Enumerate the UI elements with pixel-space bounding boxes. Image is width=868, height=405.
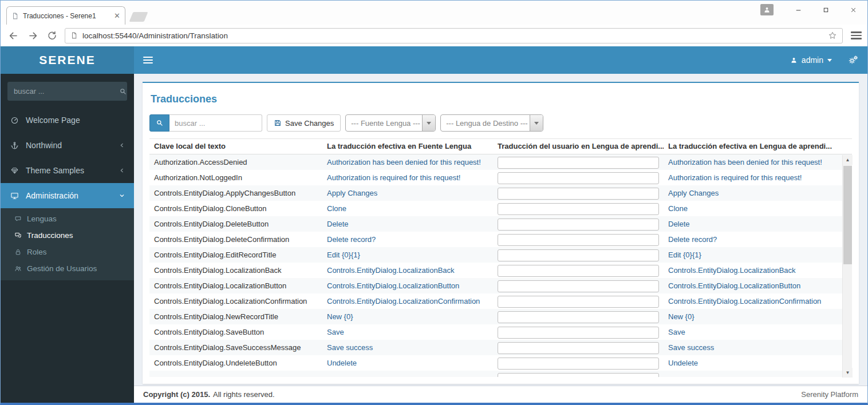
user-icon [790,57,798,64]
save-changes-button[interactable]: Save Changes [267,114,341,132]
sidebar-item-administracion[interactable]: Administración [1,183,134,208]
cell-target-translation[interactable]: Controls.EntityDialog.LocalizationConfir… [664,293,842,309]
address-bar[interactable]: localhost:55440/Administration/Translati… [65,28,843,43]
sidebar: Welcome Page Northwind Theme Samples [1,74,134,403]
back-button[interactable] [6,29,20,42]
tab-title: Traducciones - Serene1 [23,12,110,20]
platform-text: Serenity Platform [801,390,858,399]
table-row: Controls.EntityDialog.UndeleteButton Und… [149,355,852,371]
cell-target-translation[interactable]: Authorization is required for this reque… [664,170,842,185]
settings-gears-icon[interactable] [848,55,858,65]
cell-user-translation [493,232,664,247]
table-row: Controls.EntityDialog.LocalizationBack C… [149,263,852,278]
cell-local-text-key: Controls.EntityDialog.NewRecordTitle [149,309,322,324]
user-translation-input[interactable] [498,311,659,323]
cell-target-translation[interactable]: Clone [664,201,842,216]
scroll-down-arrow[interactable]: ▼ [843,368,853,378]
user-translation-input[interactable] [498,234,659,246]
sidebar-item-gestion-de-usuarios[interactable]: Gestión de Usuarios [1,260,134,277]
user-translation-input[interactable] [498,358,659,370]
column-header-user[interactable]: Traducción del usuario en Lengua de apre… [493,139,664,154]
cell-source-translation[interactable]: Authorization is required for this reque… [322,170,493,185]
cell-source-translation[interactable]: Delete record? [322,232,493,247]
sidebar-item-roles[interactable]: Roles [1,244,134,260]
reload-button[interactable] [45,29,59,42]
sidebar-item-northwind[interactable]: Northwind [1,133,134,158]
cell-source-translation[interactable]: Controls.EntityDialog.LocalizationConfir… [322,293,493,309]
sidebar-item-lenguas[interactable]: Lenguas [1,211,134,227]
cell-source-translation[interactable]: Save [322,324,493,340]
browser-profile-button[interactable] [760,4,774,15]
cell-source-translation[interactable]: New {0} [322,309,493,324]
cell-source-translation[interactable]: Controls.EntityDialog.LocalizationButton [322,278,493,293]
cell-target-translation[interactable]: Undelete [664,355,842,371]
browser-toolbar: localhost:55440/Administration/Translati… [1,25,867,46]
scroll-up-arrow[interactable]: ▲ [843,155,853,165]
forward-button[interactable] [26,29,40,42]
cell-target-translation[interactable]: Edit {0}{1} [664,247,842,263]
sidebar-search-input[interactable] [14,87,115,96]
user-translation-input[interactable] [498,280,659,292]
cell-local-text-key: Controls.EntityDialog.LocalizationBack [149,263,322,278]
cell-target-translation[interactable]: Controls.EntityDialog.LocalizationButton [664,278,842,293]
scrollbar-thumb[interactable] [843,166,852,264]
cell-target-translation[interactable]: Controls.EntityDialog.LocalizationBack [664,263,842,278]
maximize-button[interactable] [817,3,834,16]
table-row: Controls.EntityDialog.CloneButton Clone … [149,201,852,216]
minimize-button[interactable] [790,3,807,16]
target-language-select[interactable]: --- Lengua de Destino --- [440,114,543,132]
sidebar-item-welcome-page[interactable]: Welcome Page [1,108,134,133]
user-translation-input[interactable] [498,265,659,277]
column-header-target[interactable]: La traducción efectiva en Lengua de apre… [664,139,842,154]
browser-tab[interactable]: Traducciones - Serene1 ✕ [6,6,125,25]
user-menu[interactable]: admin [790,55,832,65]
cell-local-text-key: Controls.EntityDialog.SaveButton [149,324,322,340]
cell-target-translation[interactable]: Apply Changes [664,185,842,201]
cell-source-translation[interactable]: Save success [322,340,493,355]
sidebar-item-traducciones[interactable]: Traducciones [1,227,134,244]
cell-source-translation[interactable]: Authorization has been denied for this r… [322,154,493,170]
quick-search [149,114,262,132]
cell-target-translation[interactable]: Delete [664,216,842,232]
table-row: Controls.EntityDialog.NewRecordTitle New… [149,309,852,324]
user-translation-input[interactable] [498,327,659,339]
cell-source-translation[interactable]: Delete [322,216,493,232]
brand-logo[interactable]: SERENE [1,46,134,74]
url-text: localhost:55440/Administration/Translati… [82,31,823,40]
user-translation-input[interactable] [498,342,659,354]
column-header-key[interactable]: Clave local del texto [149,139,322,154]
user-translation-input[interactable] [498,203,659,215]
close-button[interactable] [845,3,862,16]
admin-submenu: Lenguas Traducciones Roles [1,208,134,280]
source-language-select[interactable]: --- Fuente Lengua --- [345,114,436,132]
cell-source-translation[interactable]: Edit {0}{1} [322,247,493,263]
sidebar-toggle-icon[interactable] [143,57,153,63]
user-translation-input[interactable] [498,373,659,378]
search-button[interactable] [149,114,169,132]
user-translation-input[interactable] [498,296,659,308]
cell-target-translation[interactable]: Delete record? [664,232,842,247]
tab-close-icon[interactable]: ✕ [114,12,120,19]
new-tab-button[interactable] [129,12,148,22]
user-translation-input[interactable] [498,157,659,169]
grid-search-input[interactable] [169,114,262,132]
user-translation-input[interactable] [498,188,659,200]
cell-local-text-key: Controls.EntityDialog.EditRecordTitle [149,247,322,263]
cell-target-translation[interactable]: Save [664,324,842,340]
cell-source-translation[interactable]: Undelete [322,355,493,371]
user-translation-input[interactable] [498,219,659,231]
user-translation-input[interactable] [498,172,659,184]
cell-target-translation[interactable]: Save success [664,340,842,355]
sidebar-item-theme-samples[interactable]: Theme Samples [1,158,134,183]
cell-target-translation[interactable]: Authorization has been denied for this r… [664,154,842,170]
column-header-source[interactable]: La traducción efectiva en Fuente Lengua [322,139,493,154]
cell-local-text-key: Controls.EntityDialog.LocalizationConfir… [149,293,322,309]
grid-vertical-scrollbar[interactable]: ▲ ▼ [842,155,852,378]
bookmark-star-icon[interactable] [828,31,837,40]
cell-source-translation[interactable]: Apply Changes [322,185,493,201]
browser-menu-icon[interactable] [851,31,862,39]
cell-target-translation[interactable]: New {0} [664,309,842,324]
cell-source-translation[interactable]: Controls.EntityDialog.LocalizationBack [322,263,493,278]
cell-source-translation[interactable]: Clone [322,201,493,216]
user-translation-input[interactable] [498,249,659,261]
